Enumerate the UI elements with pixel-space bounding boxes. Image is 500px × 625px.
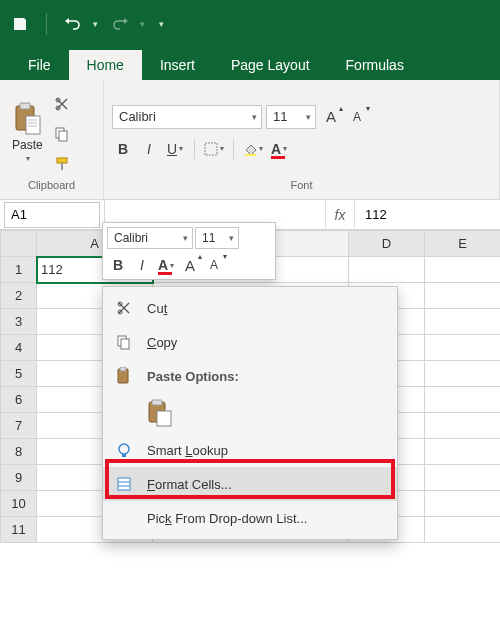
copy-icon bbox=[113, 334, 135, 350]
ctx-pick-from-list[interactable]: Pick From Drop-down List... bbox=[103, 501, 397, 535]
svg-point-23 bbox=[119, 444, 129, 454]
mini-toolbar: Calibri▾ 11▾ B I A▾ A▴ A▾ bbox=[102, 222, 276, 280]
formula-value[interactable]: 112 bbox=[355, 207, 500, 222]
row-header[interactable]: 4 bbox=[1, 335, 37, 361]
svg-rect-11 bbox=[61, 163, 63, 170]
paste-more-icon[interactable]: ▾ bbox=[26, 154, 30, 163]
tab-file[interactable]: File bbox=[10, 50, 69, 80]
borders-button[interactable]: ▾ bbox=[203, 137, 225, 161]
font-color-swatch bbox=[271, 156, 285, 159]
tab-home[interactable]: Home bbox=[69, 50, 142, 80]
group-clipboard: Paste ▾ Clipboard bbox=[0, 80, 104, 199]
copy-button[interactable] bbox=[51, 122, 73, 146]
separator bbox=[233, 139, 234, 159]
mini-italic-button[interactable]: I bbox=[131, 253, 153, 277]
svg-rect-13 bbox=[245, 154, 256, 156]
tab-insert[interactable]: Insert bbox=[142, 50, 213, 80]
scissors-icon bbox=[113, 300, 135, 316]
bold-button[interactable]: B bbox=[112, 137, 134, 161]
row-header[interactable]: 3 bbox=[1, 309, 37, 335]
brush-icon bbox=[54, 156, 70, 172]
separator bbox=[194, 139, 195, 159]
svg-rect-25 bbox=[118, 478, 130, 490]
ctx-paste-option[interactable] bbox=[103, 393, 397, 433]
font-color-button[interactable]: A▾ bbox=[268, 137, 290, 161]
row-header[interactable]: 10 bbox=[1, 491, 37, 517]
tab-pagelayout[interactable]: Page Layout bbox=[213, 50, 328, 80]
paste-values-icon bbox=[147, 399, 173, 427]
cut-button[interactable] bbox=[51, 92, 73, 116]
name-box-value: A1 bbox=[11, 207, 27, 222]
ctx-format-cells[interactable]: Format Cells... bbox=[103, 467, 397, 501]
col-header-e[interactable]: E bbox=[425, 231, 501, 257]
ctx-cut-label: Cut bbox=[147, 301, 167, 316]
fx-button[interactable]: fx bbox=[325, 200, 355, 229]
ctx-paste-options-heading: Paste Options: bbox=[103, 359, 397, 393]
row-header[interactable]: 11 bbox=[1, 517, 37, 543]
grow-font-button[interactable]: A▴ bbox=[320, 105, 342, 129]
svg-rect-2 bbox=[26, 116, 40, 134]
svg-rect-10 bbox=[57, 158, 67, 163]
svg-rect-22 bbox=[157, 411, 171, 426]
col-header-d[interactable]: D bbox=[349, 231, 425, 257]
row-header[interactable]: 5 bbox=[1, 361, 37, 387]
font-size-value: 11 bbox=[273, 109, 287, 124]
row-header[interactable]: 1 bbox=[1, 257, 37, 283]
ribbon-tabs: File Home Insert Page Layout Formulas bbox=[0, 48, 500, 80]
redo-more-icon[interactable]: ▾ bbox=[140, 19, 145, 29]
mini-font-color-button[interactable]: A▾ bbox=[155, 253, 177, 277]
ctx-copy[interactable]: Copy bbox=[103, 325, 397, 359]
qat-customize-icon[interactable]: ▾ bbox=[159, 19, 164, 29]
ctx-copy-label: Copy bbox=[147, 335, 177, 350]
ctx-smart-lookup[interactable]: Smart Lookup bbox=[103, 433, 397, 467]
bucket-icon bbox=[243, 142, 257, 156]
mini-grow-font-button[interactable]: A▴ bbox=[179, 253, 201, 277]
row-header[interactable]: 2 bbox=[1, 283, 37, 309]
redo-button[interactable] bbox=[106, 10, 134, 38]
ctx-cut[interactable]: Cut bbox=[103, 291, 397, 325]
mini-bold-button[interactable]: B bbox=[107, 253, 129, 277]
underline-button[interactable]: U▾ bbox=[164, 137, 186, 161]
context-menu: Cut Copy Paste Options: Smart Lookup For… bbox=[102, 286, 398, 540]
chevron-down-icon: ▾ bbox=[252, 112, 257, 122]
ribbon: Paste ▾ Clipboard Calibri▾ 11▾ A▴ A▾ bbox=[0, 80, 500, 200]
tab-formulas[interactable]: Formulas bbox=[328, 50, 422, 80]
select-all-corner[interactable] bbox=[1, 231, 37, 257]
shrink-font-button[interactable]: A▾ bbox=[346, 105, 368, 129]
ctx-pick-label: Pick From Drop-down List... bbox=[147, 511, 307, 526]
properties-icon bbox=[113, 476, 135, 492]
scissors-icon bbox=[54, 96, 70, 112]
svg-rect-21 bbox=[152, 400, 162, 405]
font-size-combo[interactable]: 11▾ bbox=[266, 105, 316, 129]
ctx-format-cells-label: Format Cells... bbox=[147, 477, 232, 492]
format-painter-button[interactable] bbox=[51, 152, 73, 176]
svg-rect-12 bbox=[205, 143, 217, 155]
paste-button[interactable]: Paste ▾ bbox=[8, 102, 47, 163]
clipboard-icon bbox=[113, 367, 135, 385]
svg-rect-24 bbox=[122, 454, 126, 457]
lightbulb-icon bbox=[113, 442, 135, 458]
paste-label: Paste bbox=[12, 138, 43, 152]
undo-more-icon[interactable]: ▾ bbox=[93, 19, 98, 29]
undo-button[interactable] bbox=[59, 10, 87, 38]
svg-rect-19 bbox=[120, 367, 126, 371]
font-name-combo[interactable]: Calibri▾ bbox=[112, 105, 262, 129]
chevron-down-icon: ▾ bbox=[306, 112, 311, 122]
clipboard-icon bbox=[12, 102, 42, 136]
mini-font-combo[interactable]: Calibri▾ bbox=[107, 227, 193, 249]
mini-shrink-font-button[interactable]: A▾ bbox=[203, 253, 225, 277]
svg-rect-1 bbox=[20, 103, 30, 109]
row-header[interactable]: 7 bbox=[1, 413, 37, 439]
font-name-value: Calibri bbox=[119, 109, 156, 124]
copy-icon bbox=[54, 126, 70, 142]
name-box[interactable]: A1 bbox=[4, 202, 100, 228]
italic-button[interactable]: I bbox=[138, 137, 160, 161]
row-header[interactable]: 8 bbox=[1, 439, 37, 465]
ctx-paste-options-label: Paste Options: bbox=[147, 369, 239, 384]
row-header[interactable]: 9 bbox=[1, 465, 37, 491]
row-header[interactable]: 6 bbox=[1, 387, 37, 413]
save-icon[interactable] bbox=[6, 10, 34, 38]
svg-rect-17 bbox=[121, 339, 129, 349]
fill-color-button[interactable]: ▾ bbox=[242, 137, 264, 161]
mini-size-combo[interactable]: 11▾ bbox=[195, 227, 239, 249]
